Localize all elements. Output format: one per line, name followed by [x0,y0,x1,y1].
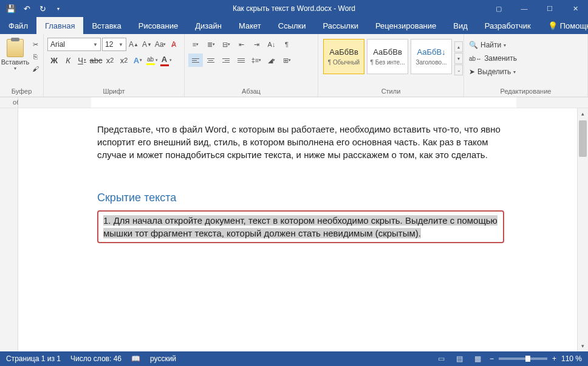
page-indicator[interactable]: Страница 1 из 1 [6,354,61,363]
highlight-icon[interactable]: ab▾ [145,54,159,67]
tab-home[interactable]: Главная [36,17,83,34]
align-center-icon[interactable] [203,54,218,67]
read-mode-icon[interactable]: ▭ [435,353,448,364]
increase-indent-icon[interactable]: ⇥ [249,38,264,51]
tab-insert[interactable]: Вставка [83,17,129,34]
group-label: Редактирование [467,86,585,97]
scroll-down-icon[interactable]: ▾ [578,340,588,351]
strike-button[interactable]: abc [89,54,103,67]
close-icon[interactable]: ✕ [562,0,588,17]
tell-me[interactable]: 💡Помощн [539,17,588,34]
status-bar: Страница 1 из 1 Число слов: 46 📖 русский… [0,351,588,366]
scroll-up-icon[interactable]: ▴ [578,108,588,119]
group-label: Шрифт [46,86,182,97]
copy-icon[interactable]: ⎘ [29,51,41,62]
ribbon-tabs: Файл Главная Вставка Рисование Дизайн Ма… [0,17,588,34]
style-normal[interactable]: АаБбВв ¶ Обычный [323,39,364,74]
tab-file[interactable]: Файл [0,17,36,34]
shading-icon[interactable]: ◢▾ [264,54,279,67]
scroll-thumb[interactable] [579,120,587,157]
show-marks-icon[interactable]: ¶ [279,38,294,51]
group-paragraph: ≡▾ ≣▾ ⊟▾ ⇤ ⇥ A↓ ¶ ‡≡▾ ◢▾ ⊞▾ Абзац [185,34,318,97]
bullets-icon[interactable]: ≡▾ [188,38,203,51]
multilevel-icon[interactable]: ⊟▾ [219,38,233,51]
selection-highlight: 1. Для начала откройте документ, текст в… [97,210,504,243]
find-button[interactable]: 🔍Найти▾ [469,39,517,51]
borders-icon[interactable]: ⊞▾ [279,54,294,67]
undo-icon[interactable]: ↶ [19,1,34,16]
replace-icon: ab↔ [469,55,482,62]
minimize-icon[interactable]: ― [511,0,537,17]
cut-icon[interactable]: ✂ [29,39,41,50]
group-clipboard: Вставить ▾ ✂ ⎘ 🖌 Буфер обм... [0,34,44,97]
font-color-icon[interactable]: A▾ [159,54,173,67]
justify-icon[interactable] [234,54,248,67]
group-font: Arial▼ 12▼ A▲ A▼ Aa▾ A̷ Ж К Ч▾ abc x2 x2… [44,34,185,97]
font-size-combo[interactable]: 12▼ [102,38,126,51]
group-styles: АаБбВв ¶ Обычный АаБбВв ¶ Без инте... Аа… [318,34,464,97]
zoom-slider[interactable] [499,357,547,360]
shrink-font-icon[interactable]: A▼ [141,38,153,51]
align-left-icon[interactable] [188,54,203,67]
styles-more-icon[interactable]: ⌄ [454,64,463,75]
tab-references[interactable]: Ссылки [270,17,315,34]
word-count[interactable]: Число слов: 46 [70,354,121,363]
font-name-combo[interactable]: Arial▼ [47,38,101,51]
paragraph-text[interactable]: Представьте, что в файл Word, с которым … [97,123,504,161]
page[interactable]: Представьте, что в файл Word, с которым … [18,108,577,351]
ribbon-options-icon[interactable]: ▢ [486,0,511,17]
format-painter-icon[interactable]: 🖌 [29,63,41,74]
tab-layout[interactable]: Макет [230,17,270,34]
paste-button[interactable]: Вставить ▾ [2,36,28,71]
spellcheck-icon[interactable]: 📖 [131,354,140,363]
ribbon: Вставить ▾ ✂ ⎘ 🖌 Буфер обм... Arial▼ 12▼… [0,34,588,97]
tab-design[interactable]: Дизайн [186,17,230,34]
zoom-level[interactable]: 110 % [561,354,582,363]
chevron-down-icon: ▼ [118,42,123,47]
underline-button[interactable]: Ч▾ [75,54,89,67]
line-spacing-icon[interactable]: ‡≡▾ [249,54,264,67]
text-effects-icon[interactable]: A▾ [131,54,145,67]
subscript-button[interactable]: x2 [103,54,117,67]
print-layout-icon[interactable]: ▤ [453,353,467,364]
selected-text[interactable]: 1. Для начала откройте документ, текст в… [103,214,498,240]
zoom-in-icon[interactable]: + [552,354,556,363]
numbering-icon[interactable]: ≣▾ [203,38,218,51]
sort-icon[interactable]: A↓ [264,38,279,51]
group-label: Стили [321,86,461,97]
styles-down-icon[interactable]: ▾ [454,53,463,64]
group-label: Абзац [187,86,315,97]
tab-developer[interactable]: Разработчик [476,17,539,34]
bold-button[interactable]: Ж [47,54,61,67]
heading-text[interactable]: Скрытие текста [97,190,504,205]
zoom-out-icon[interactable]: − [490,354,494,363]
decrease-indent-icon[interactable]: ⇤ [234,38,248,51]
vertical-ruler[interactable] [0,108,18,351]
document-area: Представьте, что в файл Word, с которым … [0,108,588,351]
language-indicator[interactable]: русский [150,354,176,363]
web-layout-icon[interactable]: ▦ [471,353,485,364]
replace-button[interactable]: ab↔Заменить [469,52,517,64]
vertical-scrollbar[interactable]: ▴ ▾ [577,108,588,351]
clear-format-icon[interactable]: A̷ [168,38,180,51]
tab-mailings[interactable]: Рассылки [315,17,367,34]
cursor-icon: ➤ [469,67,475,76]
styles-up-icon[interactable]: ▴ [454,41,463,52]
style-no-spacing[interactable]: АаБбВв ¶ Без инте... [367,39,408,74]
superscript-button[interactable]: x2 [117,54,131,67]
grow-font-icon[interactable]: A▲ [128,38,140,51]
italic-button[interactable]: К [61,54,75,67]
chevron-down-icon: ▼ [93,42,98,47]
save-icon[interactable]: 💾 [4,1,18,16]
align-right-icon[interactable] [219,54,233,67]
style-heading1[interactable]: АаБбВ↓ Заголово... [411,39,452,74]
tab-review[interactable]: Рецензирование [367,17,445,34]
qat-more-icon[interactable]: ▾ [51,1,66,16]
maximize-icon[interactable]: ☐ [537,0,562,17]
ruler[interactable] [0,97,588,108]
redo-icon[interactable]: ↻ [35,1,50,16]
change-case-icon[interactable]: Aa▾ [154,38,166,51]
select-button[interactable]: ➤Выделить▾ [469,66,517,78]
tab-view[interactable]: Вид [445,17,476,34]
tab-draw[interactable]: Рисование [130,17,186,34]
